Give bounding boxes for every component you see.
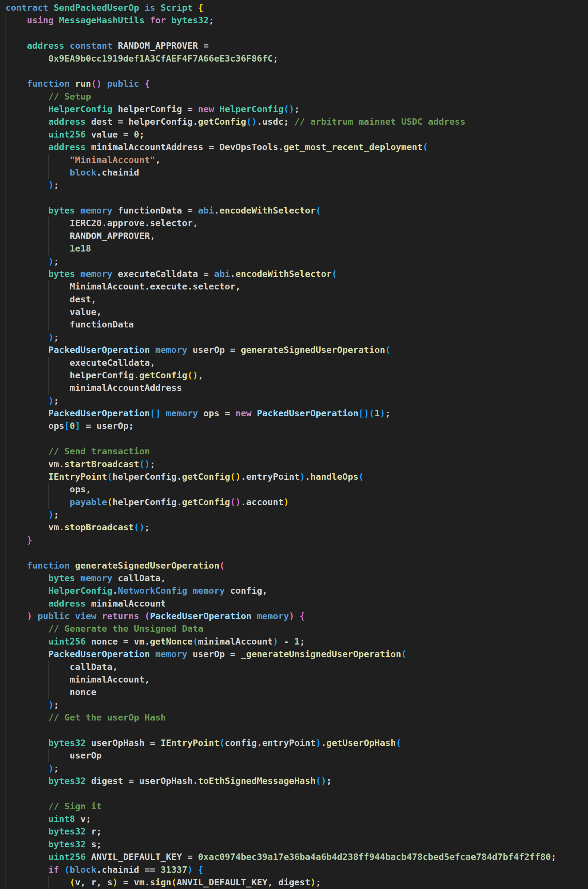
- code-line[interactable]: IEntryPoint(helperConfig.getConfig().ent…: [0, 470, 588, 483]
- code-line[interactable]: bytes memory executeCalldata = abi.encod…: [0, 268, 588, 280]
- code-line[interactable]: );: [0, 762, 588, 775]
- code-line[interactable]: function generateSignedUserOperation(: [0, 559, 588, 572]
- code-token-var: functionData: [70, 319, 134, 330]
- code-line[interactable]: uint256 value = 0;: [0, 128, 588, 141]
- code-line[interactable]: address minimalAccountAddress = DevOpsTo…: [0, 141, 588, 153]
- code-line[interactable]: dest,: [0, 293, 588, 306]
- indent-guide: [6, 65, 6, 78]
- code-text: );: [0, 180, 59, 190]
- code-token-b3: (: [193, 636, 198, 647]
- code-line[interactable]: ops[0] = userOp;: [0, 420, 588, 432]
- code-line[interactable]: bytes memory callData,: [0, 572, 588, 584]
- code-line[interactable]: );: [0, 331, 588, 344]
- code-line[interactable]: if (block.chainid == 31337) {: [0, 863, 588, 876]
- code-token-fn: _generateUnsignedUserOperation: [241, 649, 401, 659]
- code-line[interactable]: address constant RANDOM_APPROVER =: [0, 39, 588, 52]
- code-token-var: userOp: [193, 345, 230, 355]
- code-token-var: r: [91, 877, 96, 887]
- code-line[interactable]: bytes memory functionData = abi.encodeWi…: [0, 204, 588, 217]
- code-token-op: ;: [208, 15, 214, 26]
- code-line[interactable]: [0, 65, 588, 78]
- indent-whitespace: [6, 116, 48, 127]
- code-line[interactable]: executeCalldata,: [0, 357, 588, 369]
- code-token-var: digest: [278, 877, 310, 887]
- code-line[interactable]: nonce: [0, 686, 588, 698]
- code-token-fn: IEntryPoint: [160, 738, 219, 748]
- code-line[interactable]: vm.startBroadcast();: [0, 458, 588, 470]
- code-line[interactable]: [0, 192, 588, 204]
- code-token-op: .: [177, 472, 182, 482]
- code-line[interactable]: callData,: [0, 661, 588, 673]
- code-line[interactable]: // Get the userOp Hash: [0, 711, 588, 724]
- code-line[interactable]: using MessageHashUtils for bytes32;: [0, 14, 588, 27]
- code-line[interactable]: [0, 432, 588, 445]
- code-line[interactable]: bytes32 userOpHash = IEntryPoint(config.…: [0, 737, 588, 749]
- code-line[interactable]: bytes32 r;: [0, 825, 588, 838]
- code-line[interactable]: IERC20.approve.selector,: [0, 217, 588, 230]
- code-line[interactable]: address minimalAccount: [0, 598, 588, 610]
- code-token-op: ,: [262, 586, 267, 596]
- code-line[interactable]: );: [0, 395, 588, 407]
- code-token-fn: getNonce: [150, 636, 193, 647]
- indent-whitespace: [6, 839, 48, 850]
- code-line[interactable]: bytes32 s;: [0, 838, 588, 851]
- code-line[interactable]: );: [0, 179, 588, 191]
- code-line[interactable]: functionData: [0, 318, 588, 331]
- code-line[interactable]: uint256 nonce = vm.getNonce(minimalAccou…: [0, 635, 588, 648]
- code-line[interactable]: PackedUserOperation memory userOp = _gen…: [0, 648, 588, 661]
- code-line[interactable]: 0x9EA9b0cc1919def1A3CfAEF4F7A66eE3c36F86…: [0, 53, 588, 65]
- code-line[interactable]: [0, 724, 588, 736]
- code-line[interactable]: }: [0, 534, 588, 547]
- code-line[interactable]: PackedUserOperation[] memory ops = new P…: [0, 407, 588, 420]
- code-line[interactable]: [0, 547, 588, 559]
- code-line[interactable]: // Send transaction: [0, 445, 588, 458]
- code-line[interactable]: MinimalAccount.execute.selector,: [0, 280, 588, 293]
- code-line[interactable]: // Setup: [0, 90, 588, 103]
- code-token-pbl: PackedUserOperation: [48, 345, 155, 355]
- code-line[interactable]: uint8 v;: [0, 813, 588, 825]
- code-line[interactable]: // Sign it: [0, 800, 588, 813]
- code-line[interactable]: payable(helperConfig.getConfig().account…: [0, 496, 588, 509]
- code-token-num: 0x9EA9b0cc1919def1A3CfAEF4F7A66eE3c36F86…: [48, 53, 273, 64]
- indent-whitespace: [6, 395, 48, 406]
- indent-whitespace: [6, 91, 48, 102]
- code-line[interactable]: HelperConfig.NetworkConfig memory config…: [0, 584, 588, 597]
- code-line[interactable]: "MinimalAccount",: [0, 154, 588, 166]
- code-editor[interactable]: contract SendPackedUserOp is Script { us…: [0, 0, 588, 889]
- code-line[interactable]: );: [0, 699, 588, 711]
- code-line[interactable]: // Generate the Unsigned Data: [0, 622, 588, 635]
- code-line[interactable]: userOp: [0, 749, 588, 762]
- code-text: PackedUserOperation memory userOp = _gen…: [0, 649, 407, 659]
- code-line[interactable]: );: [0, 509, 588, 521]
- indent-guide: [6, 27, 6, 39]
- code-line[interactable]: );: [0, 255, 588, 268]
- code-token-var: v: [80, 814, 86, 824]
- code-token-fn: getConfig: [182, 497, 230, 507]
- code-line[interactable]: (v, r, s) = vm.sign(ANVIL_DEFAULT_KEY, d…: [0, 876, 588, 889]
- code-text: address minimalAccount: [0, 598, 166, 609]
- code-token-b3: (): [134, 522, 144, 532]
- code-line[interactable]: vm.stopBroadcast();: [0, 521, 588, 534]
- code-line[interactable]: minimalAccount,: [0, 673, 588, 686]
- code-line[interactable]: block.chainid: [0, 166, 588, 179]
- code-text: address minimalAccountAddress = DevOpsTo…: [0, 142, 428, 152]
- code-line[interactable]: minimalAccountAddress: [0, 382, 588, 394]
- code-line[interactable]: 1e18: [0, 242, 588, 255]
- code-line[interactable]: value,: [0, 306, 588, 318]
- code-line[interactable]: ops,: [0, 483, 588, 496]
- code-line[interactable]: helperConfig.getConfig(),: [0, 369, 588, 382]
- code-line[interactable]: HelperConfig helperConfig = new HelperCo…: [0, 103, 588, 116]
- code-line[interactable]: bytes32 digest = userOpHash.toEthSignedM…: [0, 775, 588, 787]
- code-line[interactable]: uint256 ANVIL_DEFAULT_KEY = 0xac0974bec3…: [0, 851, 588, 863]
- code-line[interactable]: contract SendPackedUserOp is Script {: [0, 2, 588, 14]
- code-token-var: value: [91, 129, 123, 140]
- code-line[interactable]: function run() public {: [0, 78, 588, 90]
- code-line[interactable]: ) public view returns (PackedUserOperati…: [0, 610, 588, 622]
- code-line[interactable]: RANDOM_APPROVER,: [0, 230, 588, 242]
- code-line[interactable]: PackedUserOperation memory userOp = gene…: [0, 344, 588, 356]
- code-text: RANDOM_APPROVER,: [0, 231, 155, 241]
- code-line[interactable]: address dest = helperConfig.getConfig().…: [0, 116, 588, 128]
- code-line[interactable]: [0, 787, 588, 800]
- code-line[interactable]: [0, 27, 588, 39]
- code-token-var: ops: [203, 408, 225, 419]
